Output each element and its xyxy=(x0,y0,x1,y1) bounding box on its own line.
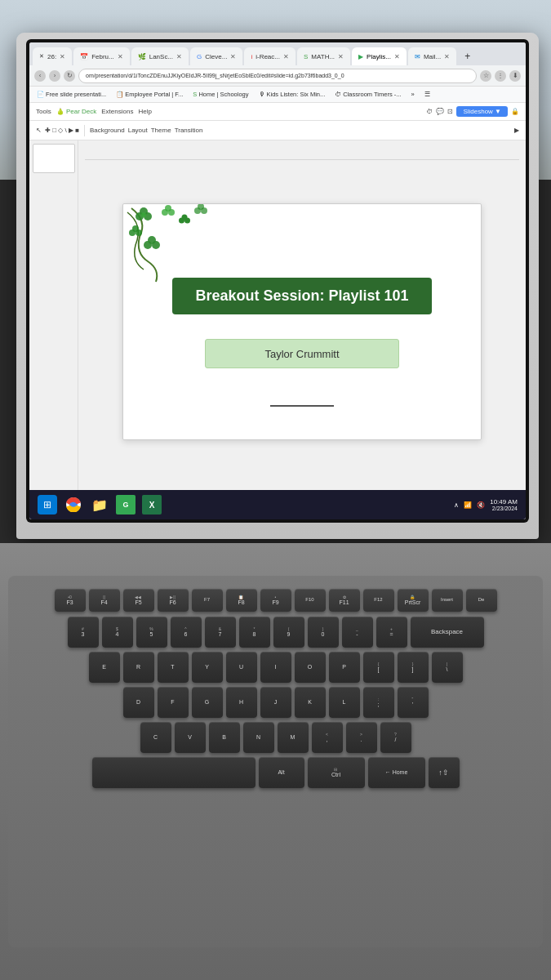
theme-btn[interactable]: Theme xyxy=(151,127,171,134)
key-pipe[interactable]: |\ xyxy=(432,652,463,683)
bookmarks-sidebar[interactable]: ☰ xyxy=(422,90,433,99)
taskbar-volume-icon[interactable]: 🔇 xyxy=(477,501,485,509)
slides-menu-help[interactable]: Help xyxy=(138,108,151,115)
key-f6[interactable]: ▶|| F6 xyxy=(158,589,189,612)
bookmark-free-slide[interactable]: 📄 Free slide presentati... xyxy=(34,90,109,99)
taskbar-clock[interactable]: 10:49 AM 2/23/2024 xyxy=(490,498,518,511)
key-m[interactable]: M xyxy=(278,722,309,753)
key-question[interactable]: ?/ xyxy=(380,722,411,753)
key-u[interactable]: U xyxy=(226,652,257,683)
slides-comments-icon[interactable]: 💬 xyxy=(436,108,444,115)
tab-new[interactable]: + xyxy=(458,47,477,65)
tab-playlist[interactable]: ▶ Playlis... ✕ xyxy=(352,47,407,65)
bookmark-classroom-timers[interactable]: ⏱ Classroom Timers -... xyxy=(332,90,403,99)
key-r[interactable]: R xyxy=(123,652,154,683)
bookmark-star[interactable]: ☆ xyxy=(480,70,491,82)
back-button[interactable]: ‹ xyxy=(34,70,46,82)
tab-mail[interactable]: ✉ Mail... ✕ xyxy=(408,47,456,65)
key-e[interactable]: E xyxy=(89,652,120,683)
slides-menu-extensions[interactable]: Extensions xyxy=(101,108,133,115)
key-rbrace[interactable]: }] xyxy=(398,652,429,683)
expand-icon[interactable]: ▶ xyxy=(514,127,519,134)
key-f10[interactable]: F10 xyxy=(295,589,326,612)
key-lt[interactable]: <, xyxy=(312,722,343,753)
key-b[interactable]: B xyxy=(209,722,240,753)
key-y[interactable]: Y xyxy=(192,652,223,683)
key-percent-5[interactable]: %5 xyxy=(136,617,167,648)
slides-present-icon[interactable]: ⊡ xyxy=(447,108,453,115)
key-colon[interactable]: :; xyxy=(363,687,394,718)
slides-lock-icon[interactable]: 🔒 xyxy=(511,108,519,115)
key-f9[interactable]: • F9 xyxy=(260,589,291,612)
key-rparen-0[interactable]: )0 xyxy=(308,617,339,648)
slides-menu-tools[interactable]: Tools xyxy=(36,108,51,115)
key-backspace[interactable]: Backspace xyxy=(411,617,484,648)
bookmark-schoology[interactable]: S Home | Schoology xyxy=(190,90,251,99)
tab-ireac[interactable]: i i-Reac... ✕ xyxy=(244,47,295,65)
taskbar-slides-icon[interactable]: G xyxy=(116,495,136,514)
key-space[interactable] xyxy=(92,757,256,788)
taskbar-windows-icon[interactable]: ⊞ xyxy=(38,495,57,514)
key-i[interactable]: I xyxy=(260,652,291,683)
slides-menu-pear-deck[interactable]: 🍐 Pear Deck xyxy=(56,108,97,115)
slides-history-icon[interactable]: ⏱ xyxy=(426,108,433,115)
key-caret-6[interactable]: ^6 xyxy=(171,617,202,648)
key-alt[interactable]: Alt xyxy=(259,757,304,788)
key-prtscr[interactable]: 🔒 PrtScr xyxy=(398,589,429,612)
key-f7[interactable]: F7 xyxy=(192,589,223,612)
key-insert[interactable]: Insert xyxy=(432,589,463,612)
key-delete[interactable]: De xyxy=(466,589,497,612)
key-f4[interactable]: || F4 xyxy=(89,589,120,612)
key-l[interactable]: L xyxy=(329,687,360,718)
key-f[interactable]: F xyxy=(158,687,189,718)
key-p[interactable]: P xyxy=(329,652,360,683)
key-n[interactable]: N xyxy=(243,722,274,753)
slide-thumbnail-1[interactable] xyxy=(33,144,75,173)
key-f11[interactable]: ✿ F11 xyxy=(329,589,360,612)
format-tools[interactable]: ✚ □ ◇ \ ▶ ■ xyxy=(45,127,79,134)
key-g[interactable]: G xyxy=(192,687,223,718)
key-lparen-9[interactable]: (9 xyxy=(273,617,304,648)
key-home[interactable]: ← Home xyxy=(368,757,425,788)
tab-cleve[interactable]: G Cleve... ✕ xyxy=(190,47,242,65)
key-f5[interactable]: ◀◀ F5 xyxy=(123,589,154,612)
tab-math[interactable]: S MATH... ✕ xyxy=(297,47,350,65)
browser-settings[interactable]: ⋮ xyxy=(495,70,506,82)
key-c[interactable]: C xyxy=(140,722,171,753)
key-amp-7[interactable]: &7 xyxy=(205,617,236,648)
key-o[interactable]: O xyxy=(295,652,326,683)
key-h[interactable]: H xyxy=(226,687,257,718)
key-f12[interactable]: F12 xyxy=(363,589,394,612)
key-quote[interactable]: "' xyxy=(398,687,429,718)
transition-btn[interactable]: Transition xyxy=(175,127,203,134)
taskbar-chevron-up[interactable]: ∧ xyxy=(454,501,459,509)
key-k[interactable]: K xyxy=(295,687,326,718)
key-minus[interactable]: _- xyxy=(342,617,373,648)
key-shift-up[interactable]: ↑⇧ xyxy=(429,757,460,788)
key-plus[interactable]: += xyxy=(376,617,407,648)
slide-canvas[interactable]: Breakout Session: Playlist 101 Taylor Cr… xyxy=(122,203,482,440)
key-hash-3[interactable]: #3 xyxy=(68,617,99,648)
cursor-icon[interactable]: ↖ xyxy=(36,127,42,134)
bookmark-employee-portal[interactable]: 📋 Employee Portal | F... xyxy=(113,90,185,99)
background-btn[interactable]: Background xyxy=(90,127,125,134)
key-f8[interactable]: 📋 F8 xyxy=(226,589,257,612)
download-button[interactable]: ⬇ xyxy=(509,70,521,82)
taskbar-excel-icon[interactable]: X xyxy=(142,495,162,514)
refresh-button[interactable]: ↻ xyxy=(64,70,75,82)
forward-button[interactable]: › xyxy=(49,70,60,82)
taskbar-chrome-icon[interactable] xyxy=(64,495,83,514)
bookmark-kids-listen[interactable]: 🎙 Kids Listen: Six Min... xyxy=(256,90,328,99)
taskbar-wifi-icon[interactable]: 📶 xyxy=(464,501,472,509)
layout-btn[interactable]: Layout xyxy=(128,127,148,134)
key-star-8[interactable]: *8 xyxy=(239,617,270,648)
key-v[interactable]: V xyxy=(175,722,206,753)
key-lbrace[interactable]: {[ xyxy=(363,652,394,683)
key-dollar-4[interactable]: $4 xyxy=(102,617,133,648)
tab-lansc[interactable]: 🌿 LanSc... ✕ xyxy=(131,47,189,65)
key-f3[interactable]: •0 F3 xyxy=(55,589,86,612)
key-j[interactable]: J xyxy=(260,687,291,718)
url-bar[interactable]: om/presentation/d/1iToncZDEnuJJKiyOEIdJR… xyxy=(78,69,477,83)
tab-26[interactable]: ✕ 26: ✕ xyxy=(33,47,72,65)
key-ctrl-right[interactable]: ⊟ Ctrl xyxy=(308,757,365,788)
